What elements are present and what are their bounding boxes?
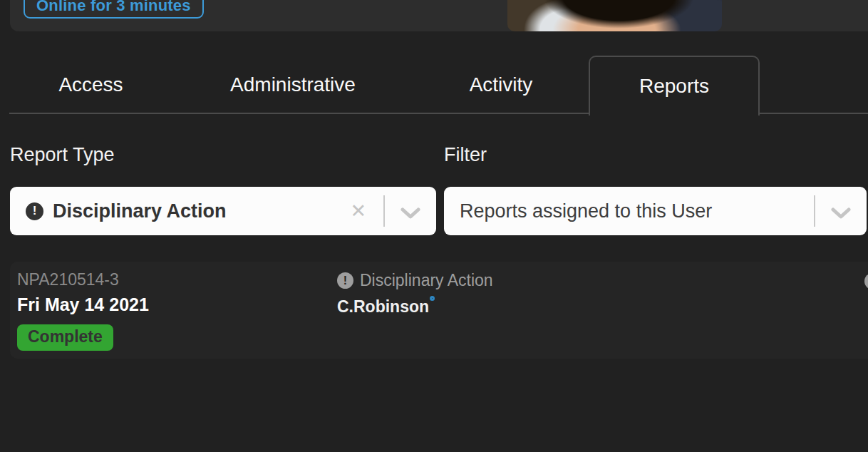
report-date: Fri May 14 2021 xyxy=(17,294,149,315)
report-type-value: Disciplinary Action xyxy=(360,271,493,290)
online-status-badge: Online for 3 minutes xyxy=(24,0,204,19)
tab-reports[interactable]: Reports xyxy=(589,56,760,115)
chevron-down-icon[interactable] xyxy=(396,203,436,220)
exclamation-icon: ! xyxy=(337,272,353,289)
filter-select[interactable]: Reports assigned to this User xyxy=(444,187,867,235)
report-type-select[interactable]: ! Disciplinary Action ✕ xyxy=(10,187,436,235)
online-status-label: Online for 3 minutes xyxy=(36,0,191,15)
report-assignee: C.Robinson xyxy=(337,297,493,317)
profile-header-panel: Online for 3 minutes xyxy=(10,0,868,31)
report-type-label: Report Type xyxy=(10,144,115,166)
report-list-item[interactable]: NPA210514-3 Fri May 14 2021 Complete ! D… xyxy=(10,262,868,359)
online-indicator-icon xyxy=(430,296,435,301)
dropdown-divider xyxy=(814,195,815,227)
filter-selected-value: Reports assigned to this User xyxy=(460,200,712,222)
assignee-name: C.Robinson xyxy=(337,297,429,316)
report-id: NPA210514-3 xyxy=(17,270,149,289)
status-badge: Complete xyxy=(17,324,113,351)
clear-icon[interactable]: ✕ xyxy=(344,200,372,222)
exclamation-icon: ! xyxy=(26,202,43,220)
exclamation-icon: ! xyxy=(864,273,868,289)
chevron-down-icon[interactable] xyxy=(827,203,867,220)
filter-label: Filter xyxy=(444,144,487,166)
report-detail-column: ! Disciplinary Action C.Robinson xyxy=(337,271,493,317)
report-summary-column: NPA210514-3 Fri May 14 2021 Complete xyxy=(17,270,149,351)
report-detail-column-clipped: ! xyxy=(864,273,868,289)
tab-bar: Access Administrative Activity Reports xyxy=(9,56,868,114)
profile-photo xyxy=(507,0,722,31)
tab-access[interactable]: Access xyxy=(9,56,172,114)
dropdown-divider xyxy=(383,195,385,227)
tab-activity[interactable]: Activity xyxy=(413,56,589,114)
tab-administrative[interactable]: Administrative xyxy=(172,56,413,114)
report-type-selected-value: Disciplinary Action xyxy=(53,200,227,222)
